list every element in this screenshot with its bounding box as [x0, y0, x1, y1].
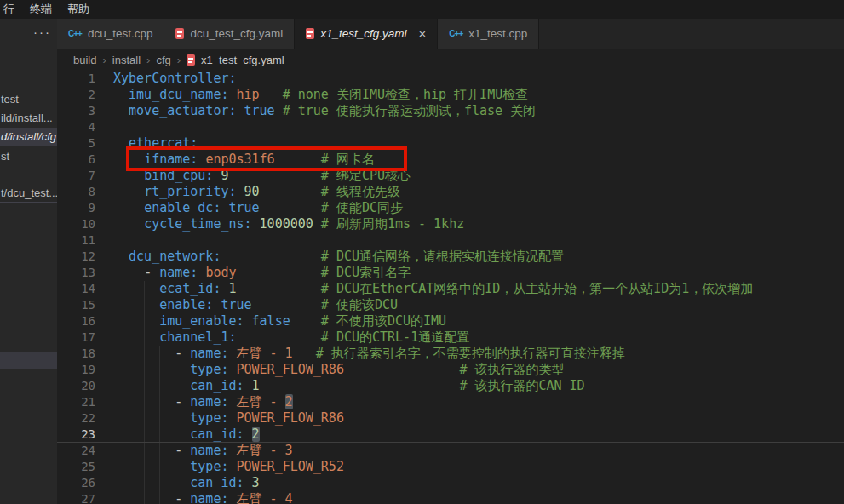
- tab-x1_test_cfg.yaml[interactable]: x1_test_cfg.yaml×: [295, 19, 438, 49]
- breadcrumb-item[interactable]: install: [112, 54, 141, 66]
- breadcrumb-item[interactable]: cfg: [156, 54, 170, 66]
- code-line-content: channel_1: # DCU的CTRL-1通道配置: [113, 329, 844, 346]
- code-token: [113, 459, 190, 474]
- code-line[interactable]: 13 - name: body # DCU索引名字: [57, 265, 844, 281]
- code-token: 90: [244, 184, 260, 199]
- tab-dcu_test.cpp[interactable]: C++dcu_test.cpp: [57, 19, 164, 49]
- code-token: 3: [252, 475, 260, 490]
- menu-item[interactable]: 帮助: [60, 2, 97, 17]
- code-token: 左臂 - 1: [237, 346, 293, 361]
- code-token: # 使能DC同步: [321, 200, 403, 215]
- more-actions-icon[interactable]: ···: [33, 26, 51, 38]
- code-token: [113, 200, 144, 215]
- code-line[interactable]: 15 enable: true # 使能该DCU: [57, 297, 844, 313]
- code-line[interactable]: 2 imu_dcu_name: hip # none 关闭IMU检查，hip 打…: [57, 87, 844, 103]
- code-line-content: can_id: 1 # 该执行器的CAN ID: [113, 378, 844, 394]
- breadcrumb: build›install›cfg›x1_test_cfg.yaml: [57, 49, 844, 71]
- code-line-content: enable_dc: true # 使能DC同步: [113, 200, 844, 216]
- chevron-right-icon: ›: [177, 54, 181, 66]
- code-token: POWER_FLOW_R86: [237, 410, 344, 426]
- code-token: [221, 249, 320, 264]
- tab-x1_test.cpp[interactable]: C++x1_test.cpp: [438, 19, 539, 49]
- code-line-content: cycle_time_ns: 1000000 # 刷新周期1ms - 1khz: [113, 216, 844, 232]
- breadcrumb-file[interactable]: x1_test_cfg.yaml: [201, 54, 284, 66]
- code-token: # none 关闭IMU检查，hip 打开IMU检查: [283, 87, 529, 102]
- code-line[interactable]: 12 dcu_network: # DCU通信网络，请根据实机连接情况配置: [57, 249, 844, 265]
- code-line[interactable]: 20 can_id: 1 # 该执行器的CAN ID: [57, 378, 844, 394]
- code-token: true: [221, 297, 251, 312]
- code-token: # true 使能执行器运动测试，flase 关闭: [283, 103, 536, 118]
- code-line[interactable]: 11: [57, 232, 844, 249]
- code-line-content: can_id: 3: [113, 475, 844, 491]
- line-number: 27: [57, 491, 113, 504]
- sidebar-item[interactable]: t/dcu_test...: [0, 184, 57, 203]
- code-line-content: [113, 119, 844, 135]
- sidebar-item[interactable]: d/install/cfg: [0, 128, 57, 146]
- code-line[interactable]: 25 type: POWER_FLOW_R52: [57, 459, 844, 475]
- code-line[interactable]: 27 - name: 左臂 - 4: [57, 491, 844, 504]
- tab-label: dcu_test.cpp: [88, 27, 153, 40]
- tab-label: x1_test.cpp: [468, 27, 527, 40]
- code-line-content: [113, 232, 844, 249]
- code-token: [113, 362, 190, 377]
- sidebar-item[interactable]: ild/install...: [0, 109, 57, 128]
- code-token: type:: [190, 410, 228, 426]
- sidebar-item[interactable]: test: [0, 90, 57, 109]
- code-line[interactable]: 23 can_id: 2: [57, 427, 844, 443]
- code-token: # 执行器索引名字，不需要控制的执行器可直接注释掉: [316, 346, 625, 361]
- line-number: 11: [57, 232, 113, 249]
- code-token: [237, 184, 244, 199]
- line-number: 4: [57, 119, 113, 135]
- sidebar-item[interactable]: st: [0, 147, 57, 166]
- code-token: [228, 459, 236, 474]
- chevron-right-icon: ›: [146, 54, 150, 66]
- code-line[interactable]: 3 move_actuator: true # true 使能执行器运动测试，f…: [57, 103, 844, 119]
- code-line-content: type: POWER_FLOW_R52: [113, 459, 844, 475]
- code-line[interactable]: 9 enable_dc: true # 使能DC同步: [57, 200, 844, 216]
- code-token: 1000000: [260, 216, 313, 232]
- code-line[interactable]: 18 - name: 左臂 - 1 # 执行器索引名字，不需要控制的执行器可直接…: [57, 346, 844, 362]
- code-token: [244, 427, 252, 442]
- code-line[interactable]: 4: [57, 119, 844, 135]
- code-line[interactable]: 16 imu_enable: false # 不使用该DCU的IMU: [57, 313, 844, 329]
- close-icon[interactable]: ×: [419, 27, 427, 40]
- line-number: 23: [57, 427, 113, 443]
- code-token: can_id:: [190, 427, 244, 442]
- code-line[interactable]: 21 - name: 左臂 - 2: [57, 394, 844, 410]
- code-area[interactable]: 1XyberController:2 imu_dcu_name: hip # n…: [57, 71, 844, 504]
- code-token: rt_priority:: [144, 184, 236, 199]
- code-line-content: - name: body # DCU索引名字: [113, 265, 844, 281]
- menu-item[interactable]: 终端: [22, 2, 60, 17]
- code-line[interactable]: 14 ecat_id: 1 # DCU在EtherCAT网络中的ID，从主站开始…: [57, 281, 844, 297]
- code-token: [113, 281, 159, 296]
- line-number: 12: [57, 249, 113, 265]
- code-line[interactable]: 1XyberController:: [57, 71, 844, 87]
- tab-dcu_test_cfg.yaml[interactable]: dcu_test_cfg.yaml: [164, 19, 295, 49]
- code-token: name:: [190, 394, 228, 410]
- sidebar-selected-empty-row[interactable]: [0, 352, 57, 369]
- code-token: [228, 410, 236, 426]
- code-token: [113, 475, 190, 490]
- code-line-content: - name: 左臂 - 1 # 执行器索引名字，不需要控制的执行器可直接注释掉: [113, 346, 844, 362]
- code-line[interactable]: 19 type: POWER_FLOW_R86 # 该执行器的类型: [57, 362, 844, 378]
- code-line[interactable]: 10 cycle_time_ns: 1000000 # 刷新周期1ms - 1k…: [57, 216, 844, 232]
- code-token: 1: [228, 281, 236, 296]
- code-token: [260, 378, 460, 393]
- code-line[interactable]: 24 - name: 左臂 - 3: [57, 443, 844, 459]
- code-line[interactable]: 22 type: POWER_FLOW_R86: [57, 410, 844, 427]
- code-token: [228, 346, 236, 361]
- code-line[interactable]: 17 channel_1: # DCU的CTRL-1通道配置: [57, 329, 844, 346]
- tab-label: dcu_test_cfg.yaml: [190, 27, 283, 40]
- code-token: [113, 103, 129, 118]
- breadcrumb-item[interactable]: build: [73, 54, 96, 66]
- code-line[interactable]: 8 rt_priority: 90 # 线程优先级: [57, 184, 844, 200]
- code-token: 1: [252, 378, 260, 393]
- code-token: [113, 297, 159, 312]
- code-token: name:: [159, 265, 198, 280]
- code-line[interactable]: 26 can_id: 3: [57, 475, 844, 491]
- menu-item[interactable]: 行: [3, 2, 22, 17]
- code-token: 2: [252, 427, 260, 442]
- code-token: name:: [190, 491, 228, 504]
- code-token: body: [205, 265, 236, 280]
- code-token: type:: [190, 362, 228, 377]
